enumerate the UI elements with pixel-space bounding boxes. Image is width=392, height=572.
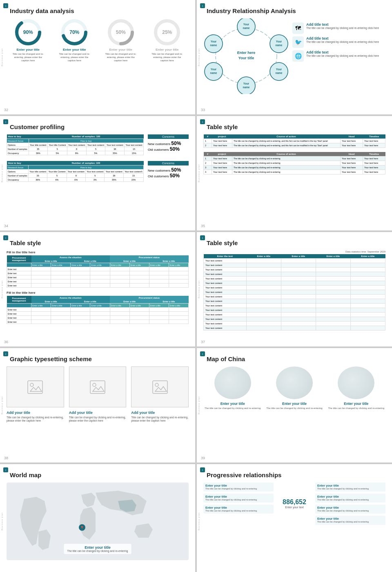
table-row: Occupancy 36%6% 6%3% 35%15% [7,178,144,182]
svg-text:name: name [243,27,250,29]
old-customers: Old customers 50% [148,146,189,152]
th-research-2: Research focus [7,165,29,170]
slide-40-business-label: Business plan [1,512,3,530]
slide-39-business-label: Business plan [198,396,200,414]
prog-title-left-3: Enter your title [205,506,272,509]
prog-title-right-3: Enter your title [317,506,383,509]
slide-38-title: Graphic typesetting scheme [10,355,189,362]
slide-39-number: 39 [201,456,205,460]
slide-35-icon: i [199,118,206,125]
table-row: Enter text [7,267,189,271]
th-enter-c: Enter a title [110,259,149,263]
donut-4-pct: 25% [162,29,172,35]
donut-2-pct: 70% [69,29,79,35]
donut-item-3: 50% Enter your title Title can be change… [103,18,139,62]
slide-37-number: 37 [201,340,205,344]
prog-item-left-1: Enter your title The title can be change… [203,483,274,492]
slide-37-icon: i [199,235,206,241]
slide-33-title: Industry Relationship Analysis [207,7,385,14]
th37-d: Enter a title [350,254,385,259]
donut-1-desc: Title can be changed and re-entering, pl… [10,53,46,62]
map-item-3: Enter your title The title can be change… [327,366,385,410]
table-row: Number of samples 355 85 3815 [7,174,144,178]
prog-title-left-2: Enter your title [205,495,272,498]
th2-project: project [212,152,232,156]
slide-36-number: 36 [4,340,8,344]
prog-item-right-3: Enter your title The title can be change… [315,505,385,514]
th-how-to-buy-2: How to buy [7,161,29,165]
graphic-desc-3: Title can be changed by clicking and re-… [131,416,189,423]
slide-32-title: Industry data analysis [10,7,189,14]
slide-35-number: 35 [201,224,205,228]
slide-32-icon: i [2,2,9,9]
table-row: 3Your text here The title can be changed… [204,165,385,170]
customer-table-1: How to buy Number of samples: 100 Resear… [7,134,144,155]
new-customers: New customers 50% [148,141,189,146]
slide-32-business-label: Business plan [1,48,3,66]
donut-2-desc: Title can be changed and re-entering, pl… [56,53,92,62]
table-row: Your text content [204,299,385,304]
th37-c: Enter a title [316,254,350,259]
cust-section-2: How to buy Number of samples: 100 Resear… [7,161,189,184]
graphic-item-2: Add your title Title can be changed by c… [69,366,127,423]
prog-desc-right-4: The title can be changed by clicking and… [317,521,383,523]
slide-33-number: 33 [201,108,205,112]
concerns-2: Concerns New customers 50% Old customers… [148,161,189,184]
slide-41: i Progressive relationships Enter your t… [197,464,392,572]
prog-big-number: 886,652 [283,498,306,506]
graphic-desc-1: Title can be changed by clicking and re-… [7,416,64,423]
proc-table-1: Procurement management Assess the situat… [7,255,189,288]
svg-text:Your: Your [243,23,249,26]
table-row: Enter text [7,312,189,316]
cust-table-1: How to buy Number of samples: 100 Resear… [7,134,144,158]
map-row: Enter your title The title can be change… [203,366,385,410]
donut-circle-4: 25% [153,18,181,46]
donut-4-title: Enter your title [156,48,178,51]
graphic-row: Add your title Title can be changed by c… [7,366,189,423]
table-row: Occupancy 36%5% 8%5% 35%15% [7,151,144,155]
concerns-1: Concerns New customers 50% Old customers… [148,134,189,158]
concerns-header-1: Concerns [148,134,189,139]
slide-34: i Customer profiling How to buy Number o… [0,116,195,230]
prog-desc-left-3: The title can be changed by clicking and… [205,509,272,512]
table-37: Enter the text Enter a title Enter a tit… [203,254,385,331]
prog-item-left-3: Enter your title The title can be change… [203,505,274,514]
svg-point-57 [155,383,158,387]
svg-point-54 [93,383,96,387]
prog-title-right-4: Enter your title [317,517,383,521]
prog-right: Enter your title The title can be change… [315,483,385,525]
concerns-text-2: New customers 50% Old customers 50% [148,167,189,179]
slide-33: i Industry Relationship Analysis Your na… [197,0,392,114]
concerns-text-1: New customers 50% Old customers 50% [148,141,189,152]
table-35-2: # project Course of action Head Timeline… [203,152,385,174]
svg-text:Your title: Your title [238,56,254,60]
slide-37-title: Table style [207,239,385,246]
graphic-title-3: Add your title [131,411,189,415]
svg-text:🐦: 🐦 [295,39,302,46]
rel-info-icon-1: 🗺 [292,22,304,34]
table-row: Enter text [7,279,189,284]
map-item-2: Enter your title The title can be change… [265,366,323,410]
rel-info-text-2: Add title text The title can be changed … [306,36,379,44]
rel-info-2: 🐦 Add title text The title can be change… [292,36,385,48]
table-row: Your text content [204,272,385,277]
prog-desc-left-1: The title can be changed by clicking and… [205,487,272,490]
proc-fill-title-1: Fill in the title here [7,250,189,254]
svg-text:Your: Your [211,40,217,43]
slide-34-title: Customer profiling [10,123,189,130]
svg-text:Your: Your [211,68,217,71]
slide-41-business-label: Business plan [198,512,200,530]
table-row: Your text content [204,290,385,295]
th37-b: Enter a title [281,254,316,259]
slide-37: i Table style Data statistics time: Sept… [197,232,392,346]
rel-info-1: 🗺 Add title text The title can be change… [292,22,385,34]
table-row: Enter text [7,284,189,288]
donut-2-title: Enter your title [63,48,86,51]
cust-table-2: How to buy Number of samples: 100 Resear… [7,161,144,184]
graphic-title-1: Add your title [7,411,64,415]
prog-title-right-2: Enter your title [317,495,383,498]
map-desc-3: The title can be changed by clicking and… [328,407,384,410]
donut-3-desc: Title can be changed and re-entering, pl… [103,53,139,62]
slide-36: i Table style Fill in the title here Pro… [0,232,195,346]
svg-marker-56 [155,387,167,391]
